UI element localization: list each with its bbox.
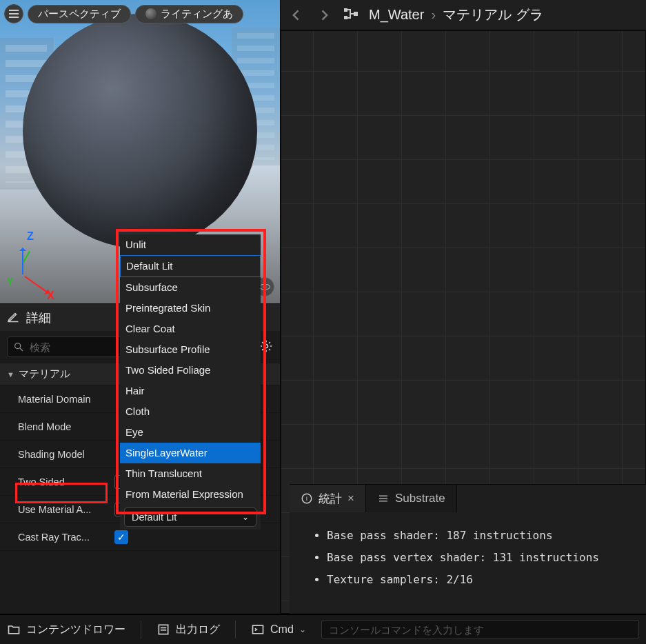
dropdown-option[interactable]: From Material Expression <box>120 484 261 505</box>
svg-point-2 <box>15 343 21 349</box>
content-drawer-button[interactable]: コンテンツドロワー <box>7 623 125 637</box>
dropdown-option[interactable]: Clear Coat <box>120 319 261 339</box>
label-material-domain: Material Domain <box>18 394 114 405</box>
axis-x-line <box>24 276 48 293</box>
viewport-menu-button[interactable] <box>4 4 23 23</box>
cmd-label: Cmd <box>270 623 294 636</box>
material-section-label: マテリアル <box>19 368 70 381</box>
graph-icon <box>343 6 359 24</box>
stats-body: Base pass shader: 187 instructionsBase p… <box>290 512 646 603</box>
breadcrumb-tail: マテリアル グラ <box>443 6 543 24</box>
tab-substrate[interactable]: Substrate <box>366 485 457 512</box>
details-icon <box>7 310 19 325</box>
lighting-button[interactable]: ライティングあ <box>135 5 243 23</box>
divider <box>235 621 236 638</box>
tab-stats[interactable]: i 統計 × <box>290 485 366 512</box>
stats-line: Texture samplers: 2/16 <box>327 569 621 591</box>
shading-model-selected-label: Default Lit <box>132 512 176 523</box>
svg-rect-16 <box>253 625 263 634</box>
search-icon <box>13 341 24 352</box>
folder-icon <box>7 623 21 636</box>
stats-panel: i 統計 × Substrate Base pass shader: 187 i… <box>290 484 646 614</box>
label-two-sided: Two Sided <box>18 476 114 487</box>
checkbox-cast-ray[interactable] <box>114 530 128 544</box>
dropdown-option[interactable]: SingleLayerWater <box>120 443 261 463</box>
nav-forward-button[interactable] <box>315 6 333 24</box>
log-icon <box>157 623 170 636</box>
perspective-button[interactable]: パースペクティブ <box>28 5 131 23</box>
svg-rect-6 <box>344 16 347 19</box>
console-command-input[interactable] <box>329 624 632 636</box>
chevron-down-icon: ⌄ <box>242 512 249 522</box>
label-cast-ray: Cast Ray Trac... <box>18 532 114 543</box>
graph-breadcrumb: M_Water › マテリアル グラ <box>369 6 543 24</box>
details-settings-button[interactable] <box>259 339 273 355</box>
dropdown-option[interactable]: Hair <box>120 381 261 401</box>
sphere-icon <box>145 8 157 19</box>
dropdown-option[interactable]: Two Sided Foliage <box>120 360 261 381</box>
label-blend-mode: Blend Mode <box>18 421 114 432</box>
dropdown-option[interactable]: Subsurface Profile <box>120 339 261 360</box>
divider <box>141 621 141 638</box>
svg-text:i: i <box>306 496 307 502</box>
output-log-button[interactable]: 出力ログ <box>157 623 220 637</box>
dropdown-option[interactable]: Subsurface <box>120 277 261 298</box>
content-drawer-label: コンテンツドロワー <box>26 623 125 637</box>
breadcrumb-item[interactable]: M_Water <box>369 7 424 23</box>
list-icon <box>377 492 390 505</box>
stats-line: Base pass vertex shader: 131 instruction… <box>327 547 621 569</box>
graph-toolbar: M_Water › マテリアル グラ <box>281 0 646 30</box>
stats-icon: i <box>301 492 313 505</box>
dropdown-option[interactable]: Default Lit <box>120 255 261 277</box>
dropdown-option[interactable]: Cloth <box>120 401 261 422</box>
svg-point-1 <box>263 285 267 289</box>
shading-model-select[interactable]: Default Lit⌄ <box>124 507 256 527</box>
perspective-label: パースペクティブ <box>38 8 121 21</box>
shading-model-dropdown[interactable]: UnlitDefault LitSubsurfacePreintegrated … <box>120 234 261 530</box>
bottom-bar: コンテンツドロワー 出力ログ Cmd ⌄ <box>0 614 646 644</box>
dropdown-option[interactable]: Preintegrated Skin <box>120 298 261 319</box>
tab-stats-close[interactable]: × <box>347 492 354 505</box>
axis-y-line <box>23 251 30 263</box>
chevron-down-icon: ⌄ <box>299 625 306 634</box>
axis-x-label: X <box>47 290 54 302</box>
axis-z-label: Z <box>27 230 34 243</box>
label-shading-model: Shading Model <box>18 449 114 460</box>
stats-tab-row: i 統計 × Substrate <box>290 485 646 512</box>
axis-gizmo: Z X Y <box>10 245 51 287</box>
output-log-label: 出力ログ <box>176 623 220 637</box>
stats-line: Base pass shader: 187 instructions <box>327 525 621 547</box>
preview-sphere <box>23 14 257 248</box>
dropdown-option[interactable]: Eye <box>120 422 261 443</box>
breadcrumb-sep-icon: › <box>431 7 436 23</box>
viewport-overlay: パースペクティブ ライティングあ <box>4 4 243 23</box>
cmd-dropdown[interactable]: Cmd ⌄ <box>251 623 306 636</box>
console-command-box[interactable] <box>321 620 639 639</box>
terminal-icon <box>251 623 265 636</box>
svg-line-3 <box>20 348 23 351</box>
tab-stats-label: 統計 <box>319 491 342 507</box>
expand-icon: ▼ <box>7 370 14 379</box>
nav-back-button[interactable] <box>287 6 305 24</box>
svg-point-4 <box>265 344 268 348</box>
label-use-material: Use Material A... <box>18 504 114 515</box>
svg-rect-7 <box>354 12 358 16</box>
dropdown-option[interactable]: Unlit <box>120 234 261 255</box>
axis-y-label: Y <box>7 276 13 287</box>
svg-rect-5 <box>344 8 347 12</box>
details-panel-title: 詳細 <box>26 310 51 326</box>
lighting-label: ライティングあ <box>161 8 233 21</box>
dropdown-option[interactable]: Thin Translucent <box>120 463 261 484</box>
tab-substrate-label: Substrate <box>395 492 445 505</box>
